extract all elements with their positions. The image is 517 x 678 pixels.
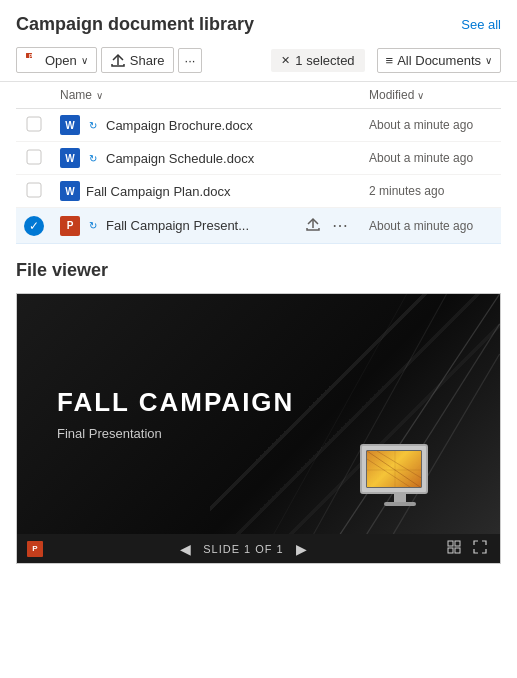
row-check-4[interactable]: ✓ xyxy=(16,208,52,244)
file-name-cell-2: W ↻ Campaign Schedule.docx xyxy=(52,142,361,175)
viewer-toolbar-left: P xyxy=(27,541,43,557)
ppt-viewer-icon: P xyxy=(27,541,43,557)
viewer-toolbar-right xyxy=(444,540,490,557)
row-check-1[interactable] xyxy=(16,109,52,142)
slide-content: FALL CAMPAIGN Final Presentation xyxy=(17,294,500,534)
share-label: Share xyxy=(130,53,165,68)
row-check-3[interactable] xyxy=(16,175,52,208)
open-icon: P xyxy=(25,52,41,68)
prev-slide-icon: ◀ xyxy=(180,541,191,557)
sync-icon: ↻ xyxy=(86,118,100,132)
file-viewer-section: File viewer FALL CAMPAIGN Final Presenta… xyxy=(0,244,517,564)
file-list: Name ∨ Modified ∨ xyxy=(16,82,501,244)
next-slide-icon: ▶ xyxy=(296,541,307,557)
slide-computer-graphic xyxy=(360,444,440,509)
table-row[interactable]: W Fall Campaign Plan.docx 2 minutes ago xyxy=(16,175,501,208)
selected-badge: ✕ 1 selected xyxy=(271,49,364,72)
row-more-button[interactable]: ⋯ xyxy=(328,214,353,237)
viewer-toolbar-center: ◀ SLIDE 1 OF 1 ▶ xyxy=(43,541,444,557)
grid-view-button[interactable] xyxy=(444,540,464,557)
modified-header-label: Modified xyxy=(369,88,414,102)
modified-col-header: Modified ∨ xyxy=(361,82,501,109)
file-list-container: Name ∨ Modified ∨ xyxy=(0,82,517,244)
viewer-toolbar: P ◀ SLIDE 1 OF 1 ▶ xyxy=(17,534,500,563)
file-modified-3: 2 minutes ago xyxy=(361,175,501,208)
all-docs-label: All Documents xyxy=(397,53,481,68)
grid-view-icon xyxy=(447,541,461,557)
open-label: Open xyxy=(45,53,77,68)
library-title: Campaign document library xyxy=(16,14,254,35)
sync-icon: ↻ xyxy=(86,219,100,233)
check-col-header xyxy=(16,82,52,109)
more-button[interactable]: ··· xyxy=(178,48,203,73)
slide-counter: SLIDE 1 OF 1 xyxy=(203,543,283,555)
see-all-link[interactable]: See all xyxy=(461,17,501,32)
file-viewer-title: File viewer xyxy=(16,260,501,281)
share-button[interactable]: Share xyxy=(101,47,174,73)
svg-line-13 xyxy=(377,451,422,479)
file-name-4: Fall Campaign Present... xyxy=(106,218,249,233)
table-row[interactable]: W ↻ Campaign Schedule.docx About a minut… xyxy=(16,142,501,175)
presentation-preview: FALL CAMPAIGN Final Presentation xyxy=(16,293,501,564)
svg-rect-19 xyxy=(448,548,453,553)
share-icon xyxy=(110,52,126,68)
toolbar: P Open ∨ Share ··· ✕ 1 selected ≡ All Do… xyxy=(0,43,517,82)
word-file-icon: W xyxy=(60,181,80,201)
svg-rect-20 xyxy=(455,548,460,553)
row-more-icon: ⋯ xyxy=(332,217,349,234)
svg-rect-5 xyxy=(27,183,41,197)
ppt-file-icon: P xyxy=(60,216,80,236)
svg-text:P: P xyxy=(29,53,33,59)
file-modified-4: About a minute ago xyxy=(361,208,501,244)
svg-rect-4 xyxy=(27,150,41,164)
filter-icon: ≡ xyxy=(386,53,394,68)
file-name-cell-4: P ↻ Fall Campaign Present... xyxy=(52,208,361,244)
table-row[interactable]: W ↻ Campaign Brochure.docx About a minut… xyxy=(16,109,501,142)
svg-line-14 xyxy=(367,459,413,488)
prev-slide-button[interactable]: ◀ xyxy=(176,541,195,557)
row-share-icon xyxy=(306,218,320,234)
more-icon: ··· xyxy=(185,53,196,68)
table-row[interactable]: ✓ P ↻ Fall Campaign Present... xyxy=(16,208,501,244)
row-share-button[interactable] xyxy=(302,215,324,236)
modified-sort-icon: ∨ xyxy=(417,90,424,101)
file-name-cell-3: W Fall Campaign Plan.docx xyxy=(52,175,361,208)
name-col-header: Name ∨ xyxy=(52,82,361,109)
close-selection-icon[interactable]: ✕ xyxy=(281,54,290,67)
file-name-2: Campaign Schedule.docx xyxy=(106,151,254,166)
file-name-1: Campaign Brochure.docx xyxy=(106,118,253,133)
file-modified-1: About a minute ago xyxy=(361,109,501,142)
svg-rect-18 xyxy=(455,541,460,546)
name-header-label: Name xyxy=(60,88,92,102)
file-name-3: Fall Campaign Plan.docx xyxy=(86,184,231,199)
all-docs-chevron-icon: ∨ xyxy=(485,55,492,66)
selected-check-icon: ✓ xyxy=(24,216,44,236)
fullscreen-button[interactable] xyxy=(470,540,490,557)
fullscreen-icon xyxy=(473,541,487,557)
open-button[interactable]: P Open ∨ xyxy=(16,47,97,73)
file-name-cell-1: W ↻ Campaign Brochure.docx xyxy=(52,109,361,142)
name-sort-icon: ∨ xyxy=(96,90,103,101)
open-chevron-icon: ∨ xyxy=(81,55,88,66)
selected-count-label: 1 selected xyxy=(295,53,354,68)
svg-rect-3 xyxy=(27,117,41,131)
row-check-2[interactable] xyxy=(16,142,52,175)
svg-line-12 xyxy=(367,451,422,488)
word-file-icon: W xyxy=(60,148,80,168)
svg-rect-17 xyxy=(448,541,453,546)
library-header: Campaign document library See all xyxy=(0,0,517,43)
word-file-icon: W xyxy=(60,115,80,135)
all-documents-button[interactable]: ≡ All Documents ∨ xyxy=(377,48,501,73)
next-slide-button[interactable]: ▶ xyxy=(292,541,311,557)
sync-icon: ↻ xyxy=(86,151,100,165)
file-modified-2: About a minute ago xyxy=(361,142,501,175)
